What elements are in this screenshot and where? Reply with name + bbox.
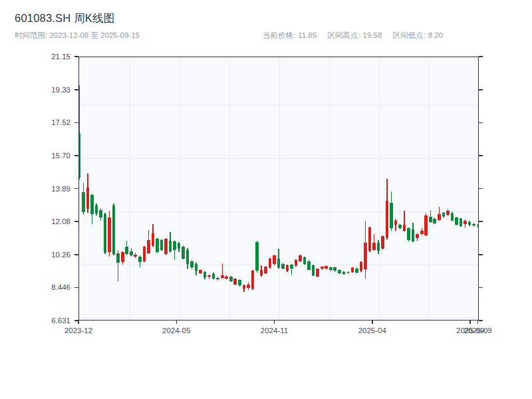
y-axis-tick-mark-right	[479, 221, 483, 222]
candle-body	[390, 203, 393, 228]
candle-body	[351, 267, 354, 272]
candle-body	[190, 261, 194, 268]
range-low-value: 8.20	[428, 31, 443, 39]
candle-body	[143, 247, 146, 261]
candle-body	[125, 247, 128, 254]
candle-body	[420, 231, 424, 234]
candle-body	[90, 195, 94, 215]
y-axis-tick-label: 19.33	[37, 85, 70, 94]
candle-body	[86, 188, 90, 209]
y-axis-tick-mark	[74, 89, 78, 90]
candle-body	[78, 133, 80, 178]
candle-body	[182, 247, 185, 259]
y-axis-tick-mark-right	[479, 155, 483, 156]
candle-body	[195, 264, 198, 271]
y-axis-tick-label: 10.26	[37, 250, 70, 259]
y-axis-tick-label: 12.08	[37, 217, 70, 226]
candle-body	[130, 251, 133, 256]
candle-body	[286, 265, 289, 271]
y-axis-tick-label: 15.70	[37, 151, 70, 160]
candle-body	[160, 240, 164, 250]
x-axis-tick-mark	[469, 321, 471, 324]
candle-body	[173, 241, 176, 251]
candle-body	[416, 234, 419, 239]
horizontal-gridline	[78, 105, 479, 106]
candle-body	[381, 236, 384, 249]
current-price-stat: 当前价格:11.85	[263, 31, 317, 39]
kline-plot-area	[78, 57, 479, 321]
candle-body	[295, 260, 298, 265]
candle-body	[477, 225, 479, 226]
candle-body	[290, 265, 293, 268]
date-range-subtitle: 时间范围: 2023-12-08 至 2025-09-15	[15, 31, 140, 41]
x-axis-tick-mark	[78, 321, 79, 324]
candle-body	[372, 243, 376, 250]
candle-body	[164, 239, 168, 255]
candle-body	[203, 272, 207, 277]
candle-body	[438, 214, 441, 219]
x-axis-tick-label: 2023-12	[52, 326, 105, 335]
candle-body	[442, 213, 446, 216]
y-axis-tick-mark-right	[479, 188, 483, 190]
vertical-gridline	[130, 57, 130, 321]
candle-body	[269, 259, 272, 267]
vertical-gridline	[279, 57, 280, 321]
range-high-value: 19.58	[363, 31, 382, 39]
candle-body	[355, 269, 358, 273]
candle-body	[316, 269, 319, 277]
candle-body	[134, 255, 137, 257]
candle-body	[407, 228, 410, 240]
candle-body	[147, 240, 150, 253]
candle-body	[460, 219, 463, 226]
vertical-gridline	[379, 57, 380, 321]
candle-body	[403, 225, 406, 230]
candle-body	[299, 255, 302, 261]
candle-body	[386, 201, 389, 237]
candle-body	[108, 217, 111, 252]
stats-row: 当前价格:11.85 区间高点:19.58 区间低点:8.20	[263, 31, 452, 41]
range-low-stat: 区间低点:8.20	[393, 31, 444, 39]
page: { "header": { "title": "601083.SH 周K线图",…	[0, 0, 532, 399]
y-axis-tick-mark-right	[479, 122, 483, 124]
y-axis-tick-label: 6.631	[37, 316, 70, 325]
candle-body	[360, 262, 363, 271]
y-axis-tick-mark-right	[479, 320, 483, 321]
candle-body	[325, 266, 328, 268]
x-axis-tick-label: 2024-11	[248, 326, 301, 335]
candle-body	[312, 265, 315, 275]
candle-body	[178, 243, 181, 249]
x-axis-tick-label: 2025-04	[346, 326, 399, 335]
candle-body	[451, 213, 454, 221]
y-axis-tick-label: 21.15	[37, 52, 70, 61]
candle-body	[229, 277, 233, 281]
candle-body	[207, 275, 211, 277]
x-axis-tick-label: 2024-05	[150, 326, 203, 335]
candle-body	[104, 214, 107, 253]
page-title: 601083.SH 周K线图	[15, 11, 114, 26]
candle-body	[329, 267, 332, 270]
candle-body	[199, 270, 202, 273]
candle-body	[342, 272, 346, 274]
y-axis-tick-mark	[74, 56, 78, 57]
candle-body	[212, 274, 215, 279]
candle-body	[368, 227, 372, 251]
candle-body	[433, 219, 436, 223]
candle-body	[260, 270, 263, 275]
candle-body	[112, 205, 116, 253]
candle-body	[377, 243, 380, 251]
y-axis-tick-mark-right	[479, 287, 483, 289]
candle-body	[277, 259, 281, 267]
candle-body	[247, 285, 250, 288]
candle-body	[264, 267, 267, 273]
candle-body	[446, 211, 450, 215]
candle-body	[303, 257, 307, 264]
x-axis-tick-mark	[477, 321, 479, 324]
candle-body	[152, 233, 155, 245]
y-axis-tick-label: 8.446	[37, 283, 70, 292]
x-axis-tick-label: 2025-09	[452, 326, 505, 335]
candle-body	[186, 250, 190, 265]
y-axis-tick-label: 17.52	[37, 118, 70, 127]
candle-body	[238, 280, 241, 285]
candle-body	[251, 271, 255, 289]
candle-body	[464, 221, 467, 224]
